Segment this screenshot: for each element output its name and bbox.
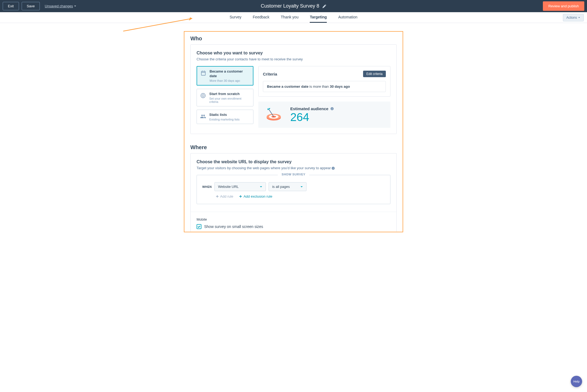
where-panel: Choose the website URL to display the su… [190,153,397,232]
select-value: Website URL [218,185,239,189]
option-static-lists[interactable]: Static lists Existing marketing lists [197,110,253,124]
actions-dropdown[interactable]: Actions [563,14,584,21]
where-heading: Where [184,141,403,153]
tabs: Survey Feedback Thank you Targeting Auto… [230,12,357,23]
tab-targeting[interactable]: Targeting [310,12,327,23]
people-icon [200,113,206,119]
mobile-checkbox-label: Show survey on small screen sizes [204,224,263,229]
select-value: is all pages [272,185,290,189]
save-button[interactable]: Save [22,2,40,10]
link-row: Add rule Add exclusion rule [216,194,385,198]
page-title: Customer Loyalty Survey 8 [261,3,319,9]
mobile-checkbox[interactable] [197,224,201,229]
who-panel-title: Choose who you want to survey [197,51,390,55]
audience-value: 264 [290,112,334,123]
info-icon[interactable]: i [331,166,335,170]
rule-row: WHEN Website URL is all pages [202,182,385,191]
show-survey-legend: SHOW SURVEY [278,173,309,176]
calendar-icon [200,70,206,76]
caret-down-icon [74,5,76,7]
highlight-box: Who Choose who you want to survey Choose… [184,31,403,232]
header-left: Exit Save Unsaved changes [3,2,76,10]
audience-label-row: Estimated audience i [290,106,334,111]
criteria-label: Criteria [263,72,277,76]
where-sub-text: Target your visitors by choosing the web… [197,166,331,170]
option-title: Start from scratch [209,92,250,96]
plus-icon [216,195,219,198]
unsaved-label: Unsaved changes [45,4,73,8]
app-header: Exit Save Unsaved changes Customer Loyal… [0,0,587,12]
rule-field: Became a customer date [267,84,308,89]
where-panel-sub: Target your visitors by choosing the web… [197,166,390,170]
caret-down-icon [578,17,580,19]
criteria-header: Criteria Edit criteria [263,71,386,77]
add-rule-link: Add rule [216,194,233,198]
header-center: Customer Loyalty Survey 8 [261,3,326,9]
mobile-checkbox-row: Show survey on small screen sizes [197,224,390,229]
main-content: Who Choose who you want to survey Choose… [184,23,403,243]
info-icon[interactable]: i [330,107,334,110]
url-condition-select[interactable]: Website URL [214,182,266,191]
exit-button[interactable]: Exit [3,2,19,10]
rule-middle: is more than [308,84,330,89]
option-title: Static lists [209,113,240,117]
review-publish-button[interactable]: Review and publish [543,1,584,11]
mobile-label: Mobile [197,217,390,221]
add-rule-label: Add rule [220,194,233,198]
who-panel-sub: Choose the criteria your contacts have t… [197,57,390,61]
option-sub: Existing marketing lists [209,118,240,121]
tab-survey[interactable]: Survey [230,12,242,23]
caret-down-icon [300,185,303,188]
add-exclusion-link[interactable]: Add exclusion rule [239,194,272,198]
criteria-rule: Became a customer date is more than 30 d… [263,81,386,92]
tabs-bar: Survey Feedback Thank you Targeting Auto… [0,12,587,23]
option-list: Became a customer date More than 30 days… [197,66,253,128]
option-sub: Set your own enrollment criteria [209,97,250,103]
rule-value: 30 days ago [330,84,350,89]
who-panel: Choose who you want to survey Choose the… [190,44,397,134]
option-customer-date[interactable]: Became a customer date More than 30 days… [197,66,253,86]
unsaved-changes-link[interactable]: Unsaved changes [45,4,76,8]
where-panel-title: Choose the website URL to display the su… [197,159,390,164]
who-heading: Who [184,32,403,44]
criteria-box: Criteria Edit criteria Became a customer… [258,66,390,97]
edit-title-icon[interactable] [322,4,326,8]
audience-label: Estimated audience [290,106,328,111]
plus-icon [239,195,242,198]
when-label: WHEN [202,185,212,188]
caret-down-icon [260,185,262,188]
url-rules-fieldset: SHOW SURVEY WHEN Website URL is all page… [197,175,390,204]
tab-automation[interactable]: Automation [338,12,357,23]
add-exclusion-label: Add exclusion rule [243,194,272,198]
checkmark-icon [197,225,201,228]
option-start-scratch[interactable]: Start from scratch Set your own enrollme… [197,89,253,106]
divider [191,212,396,212]
tab-feedback[interactable]: Feedback [253,12,269,23]
actions-label: Actions [566,16,577,19]
audience-box: Estimated audience i 264 [258,102,390,128]
criteria-column: Criteria Edit criteria Became a customer… [258,66,390,128]
url-match-select[interactable]: is all pages [269,182,306,191]
option-title: Became a customer date [210,69,250,79]
edit-criteria-button[interactable]: Edit criteria [363,71,386,77]
who-columns: Became a customer date More than 30 days… [197,66,390,128]
target-illustration [264,107,283,123]
tab-thankyou[interactable]: Thank you [281,12,298,23]
target-icon [200,93,206,99]
option-sub: More than 30 days ago [210,79,250,82]
